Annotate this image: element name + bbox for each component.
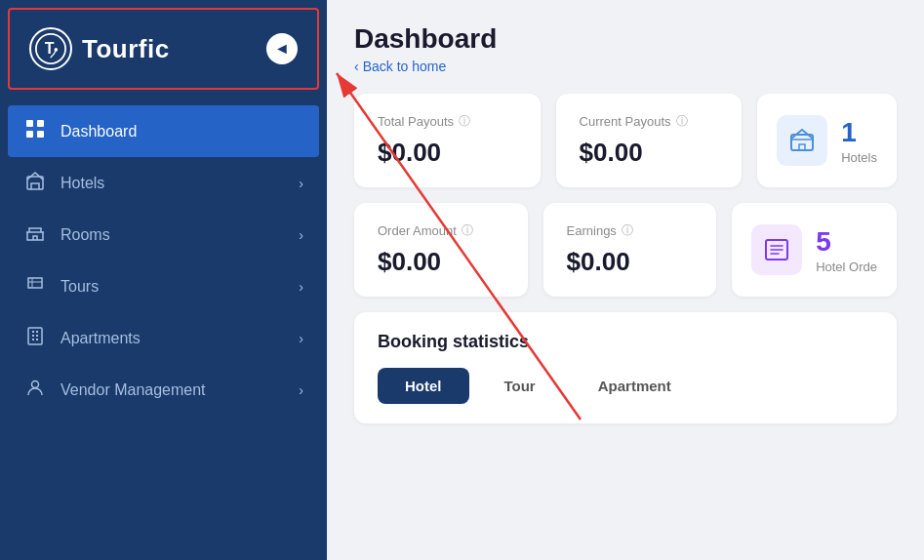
room-icon [23, 222, 47, 247]
sidebar-item-rooms[interactable]: Rooms › [0, 209, 327, 260]
current-payouts-label: Current Payouts [580, 114, 671, 129]
svg-rect-3 [26, 120, 33, 127]
sidebar-label-hotels: Hotels [60, 175, 104, 192]
vendor-chevron-icon: › [299, 382, 303, 398]
main-wrapper: Dashboard ‹ Back to home Total Payouts ⓘ… [327, 0, 924, 560]
rooms-chevron-icon: › [299, 227, 303, 243]
back-to-home-link[interactable]: ‹ Back to home [354, 59, 897, 74]
hotels-count-icon-box [777, 115, 827, 166]
sidebar-nav: Dashboard Hotels › [0, 105, 327, 416]
hotel-orders-count-value: 5 [816, 226, 877, 258]
sidebar-item-hotels[interactable]: Hotels › [0, 157, 327, 209]
booking-statistics-section: Booking statistics Hotel Tour Apartment [354, 312, 897, 423]
sidebar: T Tourfic ◄ Dashboard [0, 0, 327, 560]
sidebar-header: T Tourfic ◄ [8, 8, 319, 90]
sidebar-label-tours: Tours [60, 278, 99, 296]
svg-rect-5 [26, 131, 33, 138]
dashboard-icon [23, 119, 47, 143]
order-amount-value: $0.00 [378, 247, 504, 277]
tours-chevron-icon: › [299, 279, 303, 295]
hotels-count-card: 1 Hotels [757, 94, 897, 187]
hotel-orders-count-label: Hotel Orde [816, 260, 877, 274]
total-payouts-info-icon[interactable]: ⓘ [459, 113, 470, 130]
current-payouts-card: Current Payouts ⓘ $0.00 [556, 94, 743, 187]
vendor-icon [23, 378, 47, 402]
apartments-chevron-icon: › [299, 331, 303, 346]
stats-row-1: Total Payouts ⓘ $0.00 Current Payouts ⓘ … [354, 94, 897, 187]
hotels-count-label: Hotels [841, 150, 877, 165]
earnings-label: Earnings [567, 223, 617, 238]
sidebar-label-rooms: Rooms [60, 226, 110, 244]
sidebar-item-apartments[interactable]: Apartments › [0, 312, 327, 364]
svg-point-9 [32, 381, 39, 388]
current-payouts-value: $0.00 [580, 138, 719, 168]
back-chevron-icon: ‹ [354, 59, 359, 74]
hotels-count-value: 1 [841, 117, 877, 148]
total-payouts-value: $0.00 [378, 138, 517, 168]
total-payouts-label: Total Payouts [378, 114, 454, 129]
hotel-orders-card: 5 Hotel Orde [732, 203, 897, 297]
stats-row-2: Order Amount ⓘ $0.00 Earnings ⓘ $0.00 [354, 203, 897, 297]
booking-tab-tour[interactable]: Tour [477, 368, 563, 404]
sidebar-item-vendor[interactable]: Vendor Management › [0, 364, 327, 416]
earnings-info-icon[interactable]: ⓘ [622, 222, 633, 239]
svg-rect-8 [28, 328, 42, 344]
sidebar-label-vendor: Vendor Management [60, 381, 206, 399]
earnings-card: Earnings ⓘ $0.00 [543, 203, 717, 297]
hotels-chevron-icon: › [299, 176, 303, 191]
sidebar-item-tours[interactable]: Tours › [0, 260, 327, 312]
booking-tab-hotel[interactable]: Hotel [378, 368, 469, 404]
hotel-orders-icon-box [751, 224, 802, 275]
app-name: Tourfic [82, 34, 170, 64]
logo-area: T Tourfic [29, 27, 170, 70]
apartment-icon [23, 326, 47, 350]
sidebar-label-apartments: Apartments [60, 330, 141, 347]
collapse-button[interactable]: ◄ [266, 33, 298, 64]
svg-point-2 [55, 48, 59, 52]
sidebar-label-dashboard: Dashboard [60, 123, 137, 140]
earnings-value: $0.00 [567, 247, 694, 277]
svg-rect-6 [37, 131, 44, 138]
main-content: Dashboard ‹ Back to home Total Payouts ⓘ… [327, 0, 924, 447]
current-payouts-info-icon[interactable]: ⓘ [676, 113, 688, 130]
order-amount-info-icon[interactable]: ⓘ [462, 222, 473, 239]
sidebar-item-dashboard[interactable]: Dashboard [8, 105, 319, 157]
total-payouts-card: Total Payouts ⓘ $0.00 [354, 94, 541, 187]
tour-icon [23, 274, 47, 299]
booking-tabs: Hotel Tour Apartment [378, 368, 873, 404]
svg-rect-4 [37, 120, 44, 127]
order-amount-label: Order Amount [378, 223, 457, 238]
booking-tab-apartment[interactable]: Apartment [571, 368, 699, 404]
page-title: Dashboard [354, 23, 897, 55]
order-amount-card: Order Amount ⓘ $0.00 [354, 203, 528, 297]
logo-icon: T [29, 27, 72, 70]
hotel-icon [23, 171, 47, 195]
booking-statistics-title: Booking statistics [378, 332, 873, 352]
